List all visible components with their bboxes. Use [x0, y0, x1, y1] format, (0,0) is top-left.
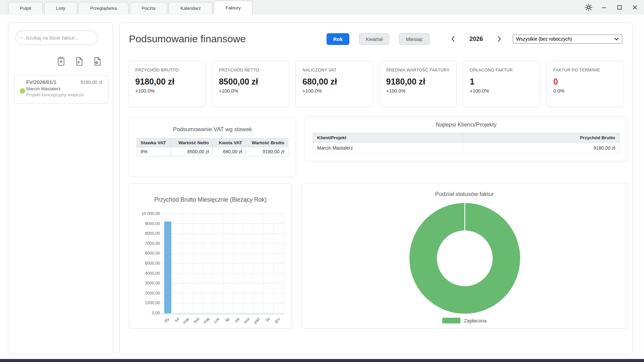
vat-header-cell: Wartość Netto	[171, 139, 213, 147]
svg-text:lis: lis	[265, 316, 271, 322]
previous-year-button[interactable]	[448, 34, 458, 44]
period-toggle: RokKwartałMiesiąc	[327, 33, 430, 45]
top-clients-title: Najlepsi Klienci/Projekty	[305, 121, 627, 128]
period-button-kwartal[interactable]: Kwartał	[359, 33, 389, 45]
year-navigation: 2026	[448, 34, 504, 44]
svg-text:10 000,00: 10 000,00	[141, 211, 160, 216]
search-icon	[20, 35, 23, 41]
bar-chart-title: Przychód Brutto Miesięcznie (Bieżący Rok…	[129, 196, 292, 203]
kpi-card-5: FAKTUR PO TERMINIE00.0%	[546, 61, 624, 107]
svg-text:wrz: wrz	[243, 316, 251, 324]
kpi-card-2: NALICZONY VAT680,00 zł+100.0%	[295, 61, 373, 107]
vat-summary-title: Podsumowanie VAT wg stawek	[129, 126, 296, 133]
kpi-delta: +100.0%	[302, 88, 366, 94]
kpi-value: 9180,00 zł	[386, 77, 450, 87]
legend-swatch	[442, 318, 460, 323]
donut-chart-title: Podział statusów faktur	[302, 191, 627, 198]
new-invoice-button[interactable]	[56, 56, 66, 67]
kpi-delta: +100.0%	[135, 88, 199, 94]
svg-text:lut: lut	[174, 316, 181, 323]
svg-text:lip: lip	[224, 316, 231, 323]
period-button-rok[interactable]: Rok	[327, 33, 349, 45]
svg-text:5000,00: 5000,00	[145, 261, 160, 266]
kpi-label: ŚREDNIA WARTOŚĆ FAKTURY	[386, 68, 450, 73]
clipboard-plus-icon	[56, 56, 66, 66]
kpi-delta: +100.0%	[470, 88, 533, 94]
svg-text:9000,00: 9000,00	[145, 221, 160, 226]
svg-text:maj: maj	[202, 316, 210, 324]
legend-label: Zapłacona	[464, 318, 487, 323]
kpi-card-3: ŚREDNIA WARTOŚĆ FAKTURY9180,00 zł+100.0%	[379, 61, 457, 107]
vat-cell: 8%	[137, 147, 171, 156]
kpi-label: FAKTUR PO TERMINIE	[553, 68, 617, 73]
kpi-value: 0	[553, 77, 617, 87]
kpi-row: PRZYCHÓD BRUTTO9180,00 zł+100.0%PRZYCHÓD…	[128, 61, 624, 107]
kpi-value: 8500,00 zł	[219, 77, 282, 87]
invoice-status-dot	[20, 88, 25, 94]
period-button-miesiac[interactable]: Miesiąc	[399, 33, 430, 45]
minimize-icon	[601, 4, 607, 10]
maximize-icon	[616, 4, 623, 10]
kpi-label: NALICZONY VAT	[302, 68, 366, 73]
tab-listy[interactable]: Listy	[44, 2, 77, 14]
clients-header-cell: Klient/Projekt	[313, 133, 463, 143]
kpi-delta: +100.0%	[386, 88, 450, 94]
svg-text:kwi: kwi	[193, 316, 200, 324]
invoice-status-chart-card: Podział statusów faktur Zapłacona	[301, 183, 628, 328]
sidebar: FV/2026/01/1 9180,00 zł Marcin Mastalerz…	[8, 22, 113, 354]
kpi-value: 680,00 zł	[302, 77, 366, 87]
monthly-revenue-chart-card: Przychód Brutto Miesięcznie (Bieżący Rok…	[129, 183, 292, 328]
kpi-delta: +100.0%	[219, 88, 282, 94]
donut-legend: Zapłacona	[302, 318, 627, 323]
kpi-card-4: OPŁACONO FAKTUR1+100.0%	[463, 61, 540, 107]
document-settings-button[interactable]	[92, 56, 103, 67]
maximize-button[interactable]	[615, 3, 624, 12]
legend-item[interactable]: Zapłacona	[442, 318, 487, 323]
vat-cell: 680,00 zł	[213, 147, 246, 156]
kpi-value: 9180,00 zł	[135, 77, 199, 87]
minimize-button[interactable]	[600, 3, 608, 12]
chevron-down-icon	[614, 37, 619, 41]
tab-faktury[interactable]: Faktury	[214, 1, 252, 14]
kpi-label: PRZYCHÓD BRUTTO	[135, 68, 199, 73]
svg-text:0,00: 0,00	[152, 311, 160, 315]
svg-text:7000,00: 7000,00	[145, 241, 160, 246]
table-row: 8%8500,00 zł680,00 zł9180,00 zł	[137, 147, 288, 156]
app-window: PulpitListyPrzeglądarkaPocztaKalendarzFa…	[0, 0, 644, 362]
svg-text:paź: paź	[253, 316, 261, 324]
clients-cell: Marcin Mastalerz	[313, 143, 463, 154]
close-button[interactable]	[631, 3, 639, 12]
next-year-button[interactable]	[495, 34, 504, 44]
svg-text:3000,00: 3000,00	[145, 281, 160, 286]
top-clients-card: Najlepsi Klienci/Projekty Klient/Projekt…	[305, 116, 628, 161]
filter-select[interactable]: Wszystkie (bez roboczych)	[513, 35, 622, 44]
vat-table-body: 8%8500,00 zł680,00 zł9180,00 zł	[137, 147, 288, 156]
bar-chart: 0,001000,002000,003000,004000,005000,006…	[132, 210, 290, 330]
vat-table-header-row: Stawka VATWartość NettoKwota VATWartość …	[137, 139, 288, 147]
tab-pulpit[interactable]: Pulpit	[8, 2, 43, 14]
close-icon	[632, 4, 638, 10]
search-box[interactable]	[15, 31, 98, 45]
svg-text:8000,00: 8000,00	[145, 231, 160, 236]
tab-poczta[interactable]: Poczta	[130, 2, 167, 14]
new-document-button[interactable]	[74, 56, 85, 67]
top-clients-table: Klient/ProjektPrzychód Brutto Marcin Mas…	[313, 133, 620, 154]
header-controls: RokKwartałMiesiąc 2026 Wszy	[327, 33, 622, 45]
tab-bar-tabs: PulpitListyPrzeglądarkaPocztaKalendarzFa…	[0, 0, 254, 14]
svg-text:2000,00: 2000,00	[145, 291, 160, 296]
search-input[interactable]	[26, 35, 93, 41]
invoice-client: Marcin Mastalerz	[26, 86, 102, 91]
settings-button[interactable]	[584, 3, 593, 12]
vat-header-cell: Stawka VAT	[137, 139, 171, 147]
donut-chart	[408, 201, 522, 315]
invoice-number: FV/2026/01/1	[26, 79, 56, 85]
svg-text:mar: mar	[182, 316, 190, 325]
tab-przegladarka[interactable]: Przeglądarka	[79, 2, 129, 14]
clients-cell: 9180,00 zł	[463, 143, 620, 154]
invoice-list-item[interactable]: FV/2026/01/1 9180,00 zł Marcin Mastalerz…	[14, 75, 108, 104]
file-gear-icon	[93, 56, 102, 66]
panel-header: Podsumowanie finansowe RokKwartałMiesiąc…	[129, 32, 622, 46]
table-row: Marcin Mastalerz9180,00 zł	[313, 143, 620, 154]
sidebar-actions	[56, 56, 103, 67]
tab-kalendarz[interactable]: Kalendarz	[168, 2, 212, 14]
